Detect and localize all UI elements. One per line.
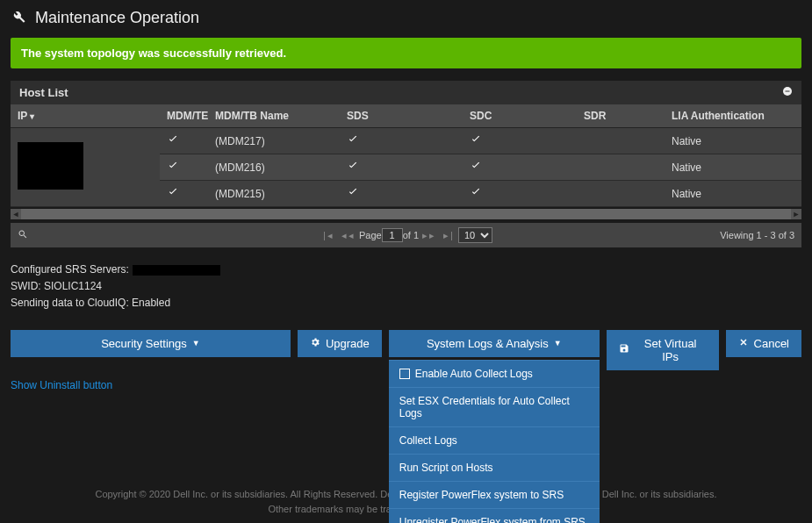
pager-page-input[interactable] bbox=[382, 228, 403, 242]
menu-run-script[interactable]: Run Script on Hosts bbox=[389, 454, 600, 481]
upgrade-button[interactable]: Upgrade bbox=[298, 330, 382, 357]
menu-enable-auto-collect[interactable]: Enable Auto Collect Logs bbox=[389, 360, 600, 387]
show-uninstall-link[interactable]: Show Uninstall button bbox=[11, 379, 112, 391]
search-icon[interactable] bbox=[18, 229, 28, 241]
close-icon bbox=[738, 337, 749, 350]
pager-of-label: of 1 bbox=[403, 230, 419, 240]
pager-first-icon[interactable]: |◂ bbox=[323, 230, 334, 241]
set-virtual-ips-button[interactable]: Set Virtual IPs bbox=[607, 330, 719, 370]
info-block: Configured SRS Servers: SWID: SIOLIC1124… bbox=[11, 262, 801, 312]
table-header-row: IP▾ MDM/TE MDM/TB Name SDS SDC SDR LIA A… bbox=[11, 104, 801, 128]
pager-prev-icon[interactable]: ◂◂ bbox=[341, 230, 356, 241]
gear-icon bbox=[310, 337, 320, 350]
check-icon bbox=[347, 162, 359, 175]
page-title: Maintenance Operation bbox=[35, 9, 199, 27]
lia-value: Native bbox=[665, 181, 801, 207]
pager-last-icon[interactable]: ▸| bbox=[443, 230, 455, 241]
check-icon bbox=[347, 136, 359, 148]
lia-value: Native bbox=[665, 128, 801, 154]
caret-down-icon: ▼ bbox=[554, 339, 562, 347]
col-sdr[interactable]: SDR bbox=[577, 104, 665, 128]
col-mdm-tb[interactable]: MDM/TE bbox=[160, 104, 208, 128]
check-icon bbox=[470, 189, 482, 201]
check-icon bbox=[167, 136, 179, 148]
mdm-name: (MDM216) bbox=[208, 154, 340, 181]
scroll-right-icon[interactable]: ► bbox=[791, 209, 801, 219]
check-icon bbox=[167, 162, 179, 175]
alert-success: The system topology was successfully ret… bbox=[11, 38, 801, 68]
check-icon bbox=[347, 189, 359, 201]
menu-register-srs[interactable]: Register PowerFlex system to SRS bbox=[389, 481, 600, 508]
check-icon bbox=[167, 189, 179, 201]
col-sdc[interactable]: SDC bbox=[463, 104, 577, 128]
col-ip[interactable]: IP▾ bbox=[11, 104, 160, 128]
lia-value: Native bbox=[665, 154, 801, 181]
srs-label: Configured SRS Servers: bbox=[11, 263, 129, 276]
cancel-button[interactable]: Cancel bbox=[726, 330, 801, 357]
wrench-icon bbox=[11, 9, 26, 27]
host-list-title: Host List bbox=[19, 86, 68, 99]
srs-value-redacted bbox=[133, 265, 220, 276]
cloudiq-label: Sending data to CloudIQ: Enabled bbox=[11, 295, 801, 312]
checkbox-unchecked-icon[interactable] bbox=[399, 369, 410, 379]
pager-page-label: Page bbox=[359, 230, 382, 240]
check-icon bbox=[470, 136, 482, 148]
system-logs-menu: Enable Auto Collect Logs Set ESX Credent… bbox=[389, 360, 600, 523]
save-icon bbox=[619, 343, 629, 356]
ip-redacted bbox=[18, 142, 83, 190]
col-lia[interactable]: LIA Authentication bbox=[665, 104, 801, 128]
sort-icon: ▾ bbox=[30, 111, 34, 121]
caret-down-icon: ▼ bbox=[192, 339, 200, 347]
host-list-header[interactable]: Host List bbox=[11, 81, 801, 104]
collapse-icon[interactable] bbox=[782, 86, 793, 99]
menu-unregister-srs[interactable]: Unregister PowerFlex system from SRS bbox=[389, 508, 600, 523]
system-logs-button[interactable]: System Logs & Analysis ▼ bbox=[389, 330, 600, 357]
col-sds[interactable]: SDS bbox=[340, 104, 463, 128]
menu-set-esx-credentials[interactable]: Set ESX Credentials for Auto Collect Log… bbox=[389, 387, 600, 426]
scroll-left-icon[interactable]: ◄ bbox=[11, 209, 21, 219]
pager-size-select[interactable]: 10 bbox=[458, 227, 492, 243]
pager-next-icon[interactable]: ▸▸ bbox=[422, 230, 436, 241]
svg-rect-1 bbox=[786, 91, 790, 92]
table-pager: |◂ ◂◂ Page of 1 ▸▸ ▸| 10 Viewing 1 - 3 o… bbox=[11, 223, 801, 247]
horizontal-scrollbar[interactable]: ◄ ► bbox=[11, 209, 801, 219]
col-mdm-tb-name[interactable]: MDM/TB Name bbox=[208, 104, 340, 128]
check-icon bbox=[470, 162, 482, 175]
mdm-name: (MDM217) bbox=[208, 128, 340, 154]
swid-label: SWID: SIOLIC1124 bbox=[11, 278, 801, 295]
security-settings-button[interactable]: Security Settings ▼ bbox=[11, 330, 291, 357]
mdm-name: (MDM215) bbox=[208, 181, 340, 207]
host-list-table: IP▾ MDM/TE MDM/TB Name SDS SDC SDR LIA A… bbox=[11, 104, 801, 207]
menu-collect-logs[interactable]: Collect Logs bbox=[389, 426, 600, 454]
table-row[interactable]: (MDM217) Native bbox=[11, 128, 801, 154]
pager-viewing: Viewing 1 - 3 of 3 bbox=[720, 230, 794, 240]
